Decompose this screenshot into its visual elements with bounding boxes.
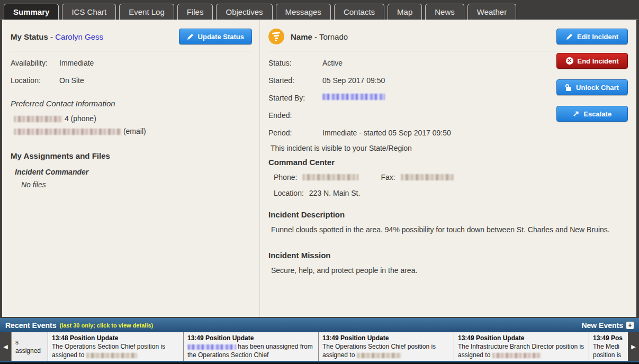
cc-location-label: Location: xyxy=(274,189,304,197)
redacted-cc-phone xyxy=(302,174,358,180)
phone-suffix: 4 (phone) xyxy=(65,114,96,123)
right-triangle-icon: ▶ xyxy=(631,343,635,350)
event-card[interactable]: 13:49 Position Update The Infrastructure… xyxy=(454,332,589,361)
edit-incident-button[interactable]: Edit Incident xyxy=(556,29,628,44)
update-status-label: Update Status xyxy=(198,33,244,41)
tab-summary[interactable]: Summary xyxy=(4,4,59,20)
event-title: 13:49 Pos xyxy=(593,334,624,342)
command-center-location-row: Location: 223 N. Main St. xyxy=(274,189,628,197)
tab-label: Summary xyxy=(13,7,49,16)
event-card-partial[interactable]: 13:49 Pos The Medi position is xyxy=(589,332,628,361)
tab-label: Weather xyxy=(477,7,507,16)
event-card[interactable]: 13:49 Position Update has been unassigne… xyxy=(183,332,318,361)
period-row: Period: Immediate - started 05 Sep 2017 … xyxy=(268,129,628,138)
event-card-partial[interactable]: s assigned xyxy=(11,332,48,361)
event-text: position is xyxy=(593,351,624,359)
tab-label: Event Log xyxy=(129,7,165,16)
dash: - xyxy=(314,32,317,41)
assignments-title: My Assignments and Files xyxy=(11,151,252,160)
user-name-link[interactable]: Carolyn Gess xyxy=(55,32,103,41)
incident-name-title: Name - Tornado xyxy=(291,32,348,41)
tab-event-log[interactable]: Event Log xyxy=(119,4,174,20)
event-body: The Infrastructure Branch Director posit… xyxy=(458,342,585,359)
contact-email-line: (email) xyxy=(14,127,252,135)
incident-header: Name - Tornado Edit Incident xyxy=(268,25,628,48)
tab-news[interactable]: News xyxy=(425,4,464,20)
unlock-chart-button[interactable]: Unlock Chart xyxy=(556,79,628,95)
event-body: The Operations Section Chief position is… xyxy=(322,342,450,359)
my-status-header: My Status - Carolyn Gess Update Status xyxy=(11,25,252,48)
scroll-left-arrow[interactable]: ◀ xyxy=(0,332,11,361)
contact-phone-line: 4 (phone) xyxy=(14,114,252,123)
divider xyxy=(268,51,628,51)
tab-label: Messages xyxy=(285,7,321,16)
scroll-right-arrow[interactable]: ▶ xyxy=(628,332,639,361)
incident-description-title: Incident Description xyxy=(268,210,628,219)
started-by-label: Started By: xyxy=(268,94,322,103)
escalate-label: Escalate xyxy=(583,110,611,118)
tab-messages[interactable]: Messages xyxy=(276,4,331,20)
new-events-button[interactable]: New Events + xyxy=(581,321,634,330)
tab-label: ICS Chart xyxy=(71,7,106,16)
tab-contacts[interactable]: Contacts xyxy=(334,4,384,20)
escalate-button[interactable]: ↗ Escalate xyxy=(556,106,628,122)
cc-location-value: 223 N. Main St. xyxy=(309,189,361,197)
started-label: Started: xyxy=(268,76,322,85)
redacted-started-by xyxy=(322,94,385,100)
summary-content: My Status - Carolyn Gess Update Status A… xyxy=(0,20,639,317)
event-body: The Operations Section Chief position is… xyxy=(52,342,179,359)
recent-events-subtitle: (last 30 only; click to view details) xyxy=(59,322,153,329)
tab-files[interactable]: Files xyxy=(177,4,213,20)
availability-value: Immediate xyxy=(59,59,94,68)
end-incident-label: End Incident xyxy=(578,57,619,65)
status-label: Status: xyxy=(268,59,322,68)
redacted-name xyxy=(492,353,541,358)
pencil-icon xyxy=(187,33,194,40)
period-value: Immediate - started 05 Sep 2017 09:50 xyxy=(322,129,451,138)
redacted-name xyxy=(86,353,137,358)
new-events-label: New Events xyxy=(581,321,623,330)
ended-label: Ended: xyxy=(268,111,322,120)
tab-map[interactable]: Map xyxy=(388,4,422,20)
tab-weather[interactable]: Weather xyxy=(467,4,516,20)
email-suffix: (email) xyxy=(123,127,146,135)
location-row: Location: On Site xyxy=(11,76,252,85)
events-carousel: ◀ s assigned 13:48 Position Update The O… xyxy=(0,332,639,361)
tab-ics-chart[interactable]: ICS Chart xyxy=(62,4,116,20)
event-card[interactable]: 13:49 Position Update The Operations Sec… xyxy=(318,332,454,361)
dash: - xyxy=(50,32,53,41)
started-value: 05 Sep 2017 09:50 xyxy=(322,76,385,85)
redacted-name xyxy=(357,353,401,358)
end-incident-button[interactable]: ✕ End Incident xyxy=(556,53,628,69)
unlock-chart-label: Unlock Chart xyxy=(576,84,619,92)
edit-incident-label: Edit Incident xyxy=(577,33,618,41)
cc-phone-label: Phone: xyxy=(274,173,297,181)
recent-events-title: Recent Events xyxy=(5,321,56,330)
event-title: 13:49 Position Update xyxy=(458,334,585,342)
visibility-note: This incident is visible to your State/R… xyxy=(271,144,628,152)
event-title: 13:48 Position Update xyxy=(52,334,179,342)
preferred-contact-title: Preferred Contact Information xyxy=(11,99,252,108)
command-center-phone-fax-row: Phone: Fax: xyxy=(274,173,628,181)
redacted-name xyxy=(187,344,236,350)
incident-panel: Name - Tornado Edit Incident ✕ End Incid… xyxy=(260,20,636,317)
arrow-up-right-icon: ↗ xyxy=(573,110,580,117)
incident-mission-text: Secure, help, and protect people in the … xyxy=(271,265,613,277)
availability-label: Availability: xyxy=(11,59,59,68)
recent-events-bar: Recent Events (last 30 only; click to vi… xyxy=(0,317,639,332)
lock-icon xyxy=(565,84,572,91)
event-text: The Medi xyxy=(593,342,624,351)
incident-mission-title: Incident Mission xyxy=(268,251,628,260)
update-status-button[interactable]: Update Status xyxy=(179,29,252,44)
tornado-icon xyxy=(268,29,284,44)
assignment-role: Incident Commander xyxy=(15,168,252,176)
incident-name-value: Tornado xyxy=(319,32,348,41)
event-card[interactable]: 13:48 Position Update The Operations Sec… xyxy=(48,332,183,361)
incident-description-text: Funnel clouds spotted in the area. 94% p… xyxy=(271,224,613,236)
plus-icon: + xyxy=(626,322,634,329)
tab-label: Contacts xyxy=(344,7,375,16)
tab-label: Files xyxy=(187,7,204,16)
tab-objectives[interactable]: Objectives xyxy=(216,4,272,20)
availability-row: Availability: Immediate xyxy=(11,59,252,68)
left-triangle-icon: ◀ xyxy=(3,343,7,350)
